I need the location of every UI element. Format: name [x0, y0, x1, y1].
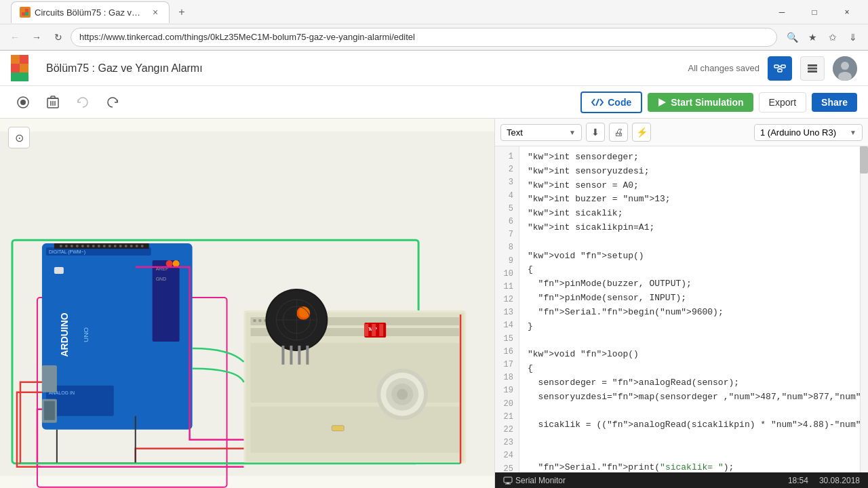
serial-monitor-item[interactable]: Serial Monitor [503, 476, 566, 485]
svg-point-16 [20, 100, 26, 105]
svg-point-59 [130, 245, 133, 247]
app-toolbar: Code Start Simulation Export Share [0, 86, 868, 119]
svg-point-60 [136, 245, 138, 247]
delete-button[interactable] [41, 90, 65, 115]
svg-rect-0 [22, 9, 25, 12]
code-editor-container: 1 2 3 4 5 6 7 8 9 10 11 12 13 14 15 16 1… [495, 146, 868, 472]
logo-cell-r [20, 73, 28, 81]
redo-button[interactable] [100, 90, 125, 115]
status-right: 18:54 30.08.2018 [788, 476, 860, 485]
svg-rect-67 [250, 407, 459, 453]
new-tab-button[interactable]: + [172, 3, 191, 22]
svg-point-52 [92, 245, 95, 247]
svg-rect-45 [54, 243, 149, 249]
svg-text:DIGITAL (PWM~): DIGITAL (PWM~) [49, 249, 85, 255]
svg-rect-10 [808, 67, 817, 69]
address-bar[interactable] [71, 28, 777, 47]
vertical-scrollbar[interactable] [860, 146, 868, 472]
logo-cell-i [20, 55, 28, 64]
status-date: 30.08.2018 [819, 476, 860, 485]
monitor-icon [503, 476, 513, 485]
upload-code-button[interactable]: 🖨 [609, 123, 628, 142]
bookmark-icon[interactable]: ★ [803, 28, 822, 47]
saved-status: All changes saved [688, 63, 760, 73]
svg-rect-39 [54, 267, 64, 274]
circuit-diagram: AREF GND DIGITAL (PWM~) ANALOG IN ARDUIN… [0, 119, 494, 488]
tab-close-button[interactable]: × [150, 7, 161, 18]
start-sim-label: Start Simulation [671, 97, 743, 108]
svg-rect-4 [774, 65, 778, 68]
browser-tab[interactable]: Circuits Bölüm75 : Gaz ve... × [11, 1, 170, 23]
svg-point-43 [166, 260, 173, 267]
download-code-button[interactable]: ⬇ [586, 123, 605, 142]
list-view-button[interactable] [800, 56, 825, 81]
svg-rect-88 [281, 346, 284, 365]
code-editor[interactable]: 1 2 3 4 5 6 7 8 9 10 11 12 13 14 15 16 1… [495, 146, 860, 472]
search-icon[interactable]: 🔍 [783, 28, 802, 47]
svg-rect-68 [253, 319, 256, 322]
svg-point-44 [173, 260, 180, 267]
svg-point-61 [141, 245, 144, 247]
svg-text:UNO: UNO [82, 327, 90, 342]
star-icon[interactable]: ✩ [823, 28, 842, 47]
svg-rect-91 [306, 346, 309, 365]
logo-cell-n [11, 64, 20, 73]
svg-point-53 [98, 245, 100, 247]
tab-title: Circuits Bölüm75 : Gaz ve... [35, 7, 143, 18]
zoom-to-fit-button[interactable]: ⊙ [8, 127, 30, 148]
logo-cell-e [11, 73, 20, 81]
svg-text:GND: GND [156, 277, 167, 281]
help-button[interactable]: ⚡ [632, 123, 651, 142]
maximize-button[interactable]: □ [799, 0, 830, 24]
svg-rect-6 [778, 69, 782, 72]
svg-rect-19 [51, 96, 55, 98]
minimize-button[interactable]: ─ [766, 0, 797, 24]
svg-marker-24 [658, 98, 666, 106]
svg-rect-3 [25, 12, 28, 16]
share-button[interactable]: Share [812, 93, 857, 112]
forward-button[interactable]: → [27, 28, 46, 47]
svg-point-47 [65, 245, 68, 247]
svg-point-46 [60, 245, 62, 247]
svg-point-51 [87, 245, 90, 247]
svg-rect-90 [298, 346, 300, 365]
back-button[interactable]: ← [5, 28, 24, 47]
logo-cell-t [11, 55, 20, 64]
svg-line-23 [596, 99, 599, 106]
svg-rect-11 [808, 70, 817, 73]
board-selector-dropdown[interactable]: 1 (Arduino Uno R3) ▼ [754, 124, 863, 141]
code-type-label: Text [507, 127, 523, 138]
app-logo [11, 55, 38, 81]
schematic-view-button[interactable] [768, 56, 792, 81]
svg-rect-5 [781, 65, 785, 68]
code-button[interactable]: Code [580, 92, 642, 113]
svg-rect-2 [22, 12, 25, 16]
svg-rect-42 [42, 365, 57, 392]
svg-point-98 [397, 389, 408, 400]
circuit-canvas[interactable]: ⊙ AREF GND DIGITAL (PWM~) AN [0, 119, 495, 488]
svg-point-55 [108, 245, 111, 247]
svg-rect-102 [372, 324, 376, 336]
refresh-button[interactable]: ↻ [49, 28, 68, 47]
code-content[interactable]: "kw">int sensordeger; "kw">int sensoryuz… [519, 146, 860, 472]
user-avatar[interactable] [833, 56, 857, 81]
svg-rect-69 [258, 319, 261, 322]
close-button[interactable]: × [831, 0, 863, 24]
status-bar: Serial Monitor 18:54 30.08.2018 [495, 472, 868, 488]
svg-rect-103 [379, 324, 383, 336]
svg-point-50 [81, 245, 84, 247]
status-time: 18:54 [788, 476, 808, 485]
svg-point-48 [71, 245, 73, 247]
svg-point-56 [114, 245, 117, 247]
window-controls: ─ □ × [766, 0, 863, 24]
svg-point-54 [103, 245, 106, 247]
scroll-thumb[interactable] [860, 146, 868, 174]
line-numbers: 1 2 3 4 5 6 7 8 9 10 11 12 13 14 15 16 1… [495, 146, 519, 472]
export-button[interactable]: Export [759, 92, 806, 113]
code-type-dropdown[interactable]: Text ▼ [500, 124, 582, 141]
start-simulation-button[interactable]: Start Simulation [648, 93, 753, 112]
component-add-button[interactable] [11, 90, 35, 115]
undo-button[interactable] [71, 90, 95, 115]
download-icon[interactable]: ⇓ [844, 28, 863, 47]
board-label: 1 (Arduino Uno R3) [760, 127, 836, 138]
